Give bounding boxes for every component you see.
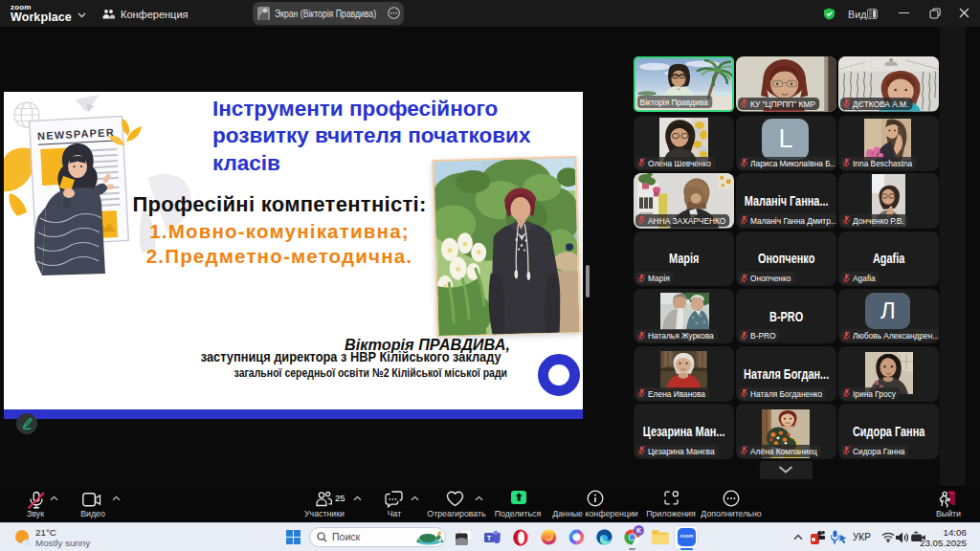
svg-text:K: K	[636, 527, 641, 534]
svg-text:T: T	[487, 534, 492, 542]
